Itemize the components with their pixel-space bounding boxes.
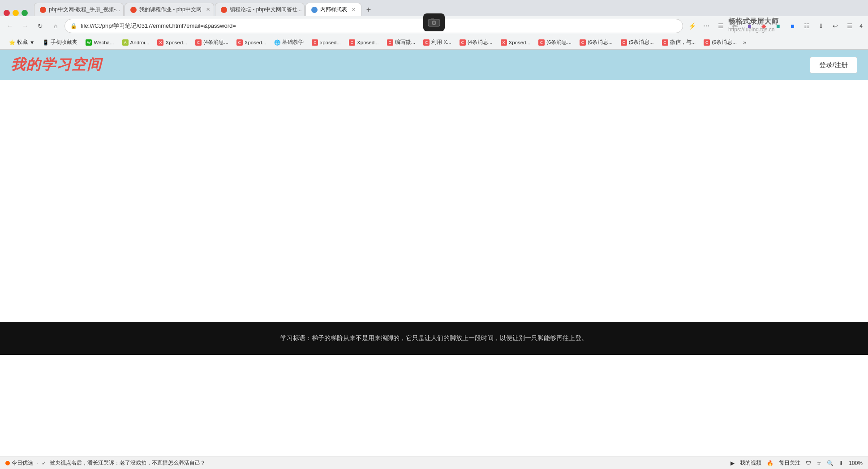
site-title: 我的学习空间 — [11, 55, 102, 75]
bookmark-wechat2[interactable]: C 微信，与... — [658, 38, 700, 47]
my-video-label[interactable]: 我的视频 — [740, 459, 761, 467]
bookmark-wechat-label: Wecha... — [94, 40, 114, 45]
bookmark-write-label: 编写微... — [395, 39, 416, 46]
bookmark-xposed4-label: Xposed... — [357, 40, 379, 45]
bookmark-xposed5[interactable]: X Xposed... — [497, 38, 534, 47]
tab-3[interactable]: 编程论坛 - php中文网问答社... ✕ — [215, 3, 305, 16]
download-button[interactable]: ⇓ — [815, 20, 827, 32]
bookmark-c3-icon: C — [538, 39, 545, 46]
bookmark-android-icon: A — [122, 39, 129, 46]
bookmarks-bar: ⭐ 收藏 ▼ 📱 手机收藏夹 W Wecha... A Androi... X … — [0, 36, 868, 49]
bookmark-c2-icon: C — [460, 39, 466, 46]
tab-4-favicon — [311, 7, 318, 13]
bookmark-c4[interactable]: C (6条消息... — [576, 38, 616, 47]
shield-icon: 🛡 — [806, 460, 811, 466]
addon-button-3[interactable]: ■ — [772, 20, 784, 32]
today-pick-label: 今日优选 — [12, 459, 33, 467]
bookmark-xposed4[interactable]: C Xposed... — [345, 38, 382, 47]
bookmark-xposed3[interactable]: C xposed... — [308, 38, 344, 47]
bookmark-xposed2-icon: C — [236, 39, 243, 46]
grid-button[interactable]: ☷ — [800, 20, 813, 32]
status-divider: · — [37, 460, 38, 466]
bookmark-mobile[interactable]: 📱 手机收藏夹 — [39, 38, 81, 47]
addon-button-2[interactable]: ◆ — [757, 20, 770, 32]
tab-2-label: 我的课程作业 - php中文网 — [139, 6, 202, 13]
bookmark-android[interactable]: A Androi... — [119, 38, 153, 47]
bookmark-c5[interactable]: C (5条消息... — [617, 38, 657, 47]
star-icon: ☆ — [816, 460, 821, 466]
bookmark-c4-icon: C — [580, 39, 586, 46]
bookmark-android-label: Androi... — [130, 40, 150, 45]
bookmark-basic-label: 基础教学 — [282, 39, 304, 46]
tab-4-close[interactable]: ✕ — [352, 7, 356, 13]
site-header: 我的学习空间 登录/注册 — [0, 50, 868, 80]
download-icon: ⬇ — [839, 460, 843, 466]
status-left: 今日优选 · ✓ 被央视点名后，潘长江哭诉：老了没戏拍，不直播怎么养活自己？ — [5, 459, 206, 467]
addon-button-1[interactable]: ■ — [743, 20, 756, 32]
bookmark-c1[interactable]: C (4条消息... — [192, 38, 232, 47]
home-button[interactable]: ⌂ — [49, 20, 62, 32]
bookmark-c6[interactable]: C (6条消息... — [700, 38, 740, 47]
bookmark-xposed1[interactable]: X Xposed... — [154, 38, 191, 47]
more-button[interactable]: ⋯ — [700, 20, 713, 32]
today-pick-item[interactable]: 今日优选 — [5, 459, 33, 467]
addon-button-4[interactable]: ■ — [786, 20, 799, 32]
tab-2[interactable]: 我的课程作业 - php中文网 ✕ — [125, 3, 214, 16]
bookmark-basic[interactable]: 🌐 基础教学 — [271, 38, 307, 47]
tab-2-favicon — [130, 7, 137, 13]
bookmark-c1-icon: C — [195, 39, 202, 46]
bookmark-c5-label: (5条消息... — [629, 39, 654, 46]
bookmark-use[interactable]: C 利用 X... — [420, 38, 455, 47]
search-icon: 🔍 — [827, 460, 834, 466]
bookmark-xposed2[interactable]: C Xposed... — [233, 38, 270, 47]
bookmark-xposed3-icon: C — [312, 39, 318, 46]
bookmark-write[interactable]: C 编写微... — [383, 38, 419, 47]
bookmark-favorites-icon: ⭐ — [9, 39, 15, 46]
minimize-window-button[interactable] — [13, 10, 19, 16]
new-tab-button[interactable]: + — [362, 4, 375, 16]
sidebar-toggle[interactable]: ☰ — [714, 20, 727, 32]
bookmark-use-icon: C — [423, 39, 430, 46]
bookmark-xposed1-icon: X — [157, 39, 163, 46]
login-button[interactable]: 登录/注册 — [810, 57, 857, 73]
undo-button[interactable]: ↩ — [829, 20, 842, 32]
back-button[interactable]: ← — [4, 20, 16, 32]
maximize-window-button[interactable] — [21, 10, 28, 16]
tab-4[interactable]: 内部样式表 ✕ — [305, 3, 361, 16]
footer-motto: 学习标语：梯子的梯阶从来不是用来搁脚的，它只是让人们的脚放上一段时间，以便让别一… — [9, 334, 859, 342]
status-right: ▶ 我的视频 🔥 每日关注 🛡 ☆ 🔍 ⬇ 100% — [730, 459, 863, 467]
flame-icon: 🔥 — [767, 460, 773, 466]
bookmark-c3-label: (6条消息... — [546, 39, 572, 46]
bookmark-c2[interactable]: C (4条消息... — [456, 38, 496, 47]
daily-follow-label[interactable]: 每日关注 — [779, 459, 800, 467]
bookmark-favorites[interactable]: ⭐ 收藏 ▼ — [5, 38, 38, 47]
tab-2-close[interactable]: ✕ — [206, 7, 210, 13]
bookmark-c4-label: (6条消息... — [588, 39, 613, 46]
cam-icon — [423, 13, 445, 31]
reload-button[interactable]: ↻ — [34, 20, 47, 32]
bookmark-c6-label: (6条消息... — [712, 39, 737, 46]
tab-1[interactable]: php中文网-教程_手册_视频-... ✕ — [34, 3, 124, 16]
bookmark-favorites-label: 收藏 — [17, 39, 28, 46]
site-footer: 学习标语：梯子的梯阶从来不是用来搁脚的，它只是让人们的脚放上一段时间，以便让别一… — [0, 322, 868, 355]
bookmark-basic-icon: 🌐 — [274, 39, 280, 46]
menu-button[interactable]: ☰ — [843, 20, 856, 32]
bookmark-wechat[interactable]: W Wecha... — [82, 38, 117, 47]
extensions-button[interactable]: ⚡ — [686, 20, 698, 32]
close-window-button[interactable] — [4, 10, 10, 16]
window-number: 4 — [858, 23, 864, 29]
bookmark-xposed1-label: Xposed... — [165, 40, 187, 45]
scissors-button[interactable]: ✄ — [729, 20, 741, 32]
bookmark-c6-icon: C — [704, 39, 710, 46]
my-video-icon: ▶ — [730, 460, 735, 466]
bookmarks-more-button[interactable]: » — [743, 39, 746, 46]
bookmark-xposed3-label: xposed... — [320, 40, 341, 45]
bookmark-use-label: 利用 X... — [431, 39, 451, 46]
bookmark-xposed5-icon: X — [501, 39, 507, 46]
bookmark-c3[interactable]: C (6条消息... — [535, 38, 575, 47]
bookmark-c5-icon: C — [621, 39, 627, 46]
forward-button[interactable]: → — [19, 20, 31, 32]
url-text: file:///C:/php/学习笔记/0317/emmet.html?emai… — [81, 22, 677, 30]
address-bar[interactable]: 🔒 file:///C:/php/学习笔记/0317/emmet.html?em… — [64, 19, 683, 33]
tab-3-favicon — [221, 7, 227, 13]
